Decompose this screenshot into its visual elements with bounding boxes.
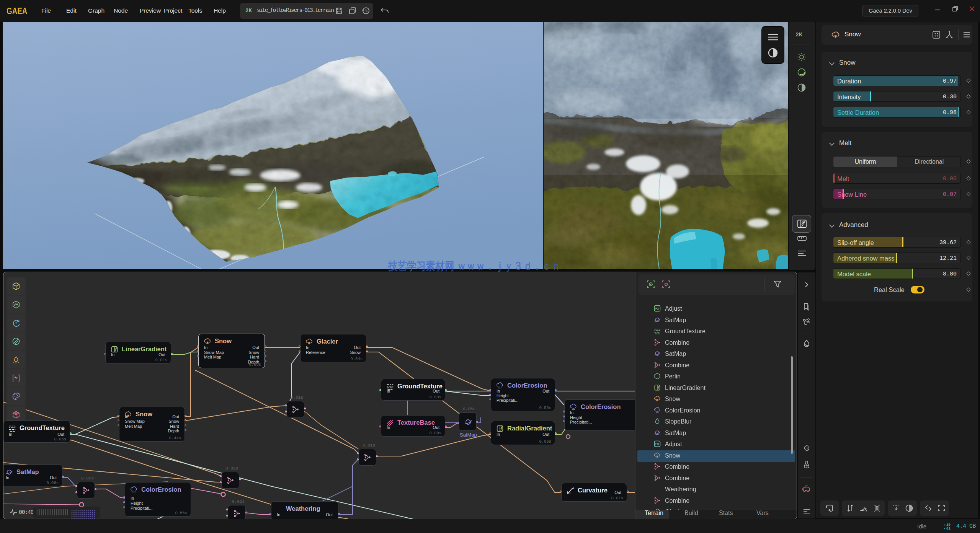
svg-text:10: 10: [946, 523, 951, 527]
svg-text:FX: FX: [655, 307, 659, 310]
svg-text:FX: FX: [655, 442, 659, 446]
svg-text:01: 01: [946, 527, 951, 531]
